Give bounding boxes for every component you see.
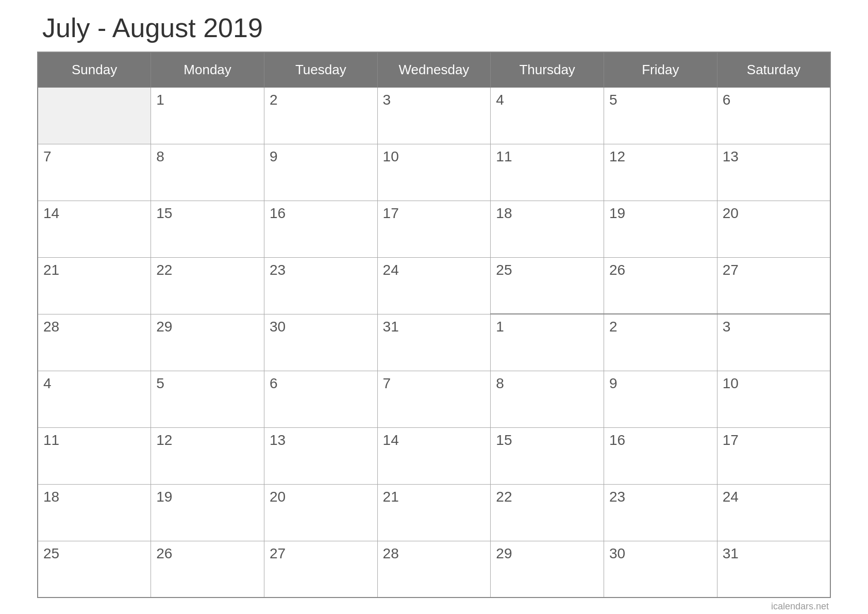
calendar-cell: 6 xyxy=(717,87,830,144)
calendar-cell: 1 xyxy=(151,87,264,144)
calendar-row: 11121314151617 xyxy=(38,427,830,484)
calendar-cell: 3 xyxy=(717,314,830,371)
calendar-row: 28293031123 xyxy=(38,314,830,371)
watermark: icalendars.net xyxy=(37,601,831,612)
day-header-monday: Monday xyxy=(151,52,264,88)
calendar-cell: 9 xyxy=(264,144,377,201)
calendar-cell: 11 xyxy=(491,144,604,201)
calendar-cell: 22 xyxy=(491,484,604,541)
calendar-cell: 20 xyxy=(264,484,377,541)
calendar-row: 14151617181920 xyxy=(38,201,830,257)
calendar-row: 21222324252627 xyxy=(38,257,830,314)
calendar-cell: 2 xyxy=(604,314,717,371)
day-header-wednesday: Wednesday xyxy=(377,52,491,88)
calendar-cell: 18 xyxy=(38,484,151,541)
calendar-cell: 19 xyxy=(151,484,264,541)
calendar-cell: 20 xyxy=(717,201,830,257)
calendar-cell: 12 xyxy=(151,427,264,484)
calendar-cell: 10 xyxy=(717,371,830,427)
calendar-cell xyxy=(38,87,151,144)
calendar-title: July - August 2019 xyxy=(37,12,831,43)
calendar-cell: 18 xyxy=(491,201,604,257)
calendar-cell: 31 xyxy=(717,541,830,598)
calendar-cell: 29 xyxy=(491,541,604,598)
calendar-cell: 7 xyxy=(38,144,151,201)
calendar-cell: 22 xyxy=(151,257,264,314)
calendar-cell: 27 xyxy=(717,257,830,314)
calendar-cell: 31 xyxy=(377,314,491,371)
calendar-cell: 14 xyxy=(38,201,151,257)
calendar-cell: 15 xyxy=(491,427,604,484)
calendar-cell: 24 xyxy=(377,257,491,314)
calendar-row: 18192021222324 xyxy=(38,484,830,541)
calendar-cell: 25 xyxy=(491,257,604,314)
calendar-cell: 7 xyxy=(377,371,491,427)
calendar-cell: 16 xyxy=(604,427,717,484)
calendar-cell: 3 xyxy=(377,87,491,144)
calendar-cell: 29 xyxy=(151,314,264,371)
calendar-cell: 30 xyxy=(604,541,717,598)
header-row: SundayMondayTuesdayWednesdayThursdayFrid… xyxy=(38,52,830,88)
day-header-saturday: Saturday xyxy=(717,52,830,88)
calendar-cell: 16 xyxy=(264,201,377,257)
calendar-cell: 17 xyxy=(717,427,830,484)
calendar-cell: 14 xyxy=(377,427,491,484)
day-header-tuesday: Tuesday xyxy=(264,52,377,88)
calendar-cell: 6 xyxy=(264,371,377,427)
calendar-cell: 5 xyxy=(604,87,717,144)
day-header-thursday: Thursday xyxy=(491,52,604,88)
calendar-cell: 8 xyxy=(491,371,604,427)
calendar-cell: 27 xyxy=(264,541,377,598)
calendar-cell: 23 xyxy=(264,257,377,314)
calendar-cell: 1 xyxy=(491,314,604,371)
calendar-cell: 5 xyxy=(151,371,264,427)
calendar-cell: 13 xyxy=(717,144,830,201)
calendar-cell: 28 xyxy=(377,541,491,598)
calendar-row: 25262728293031 xyxy=(38,541,830,598)
calendar-cell: 13 xyxy=(264,427,377,484)
calendar-cell: 28 xyxy=(38,314,151,371)
calendar-cell: 12 xyxy=(604,144,717,201)
calendar-cell: 26 xyxy=(151,541,264,598)
calendar-cell: 9 xyxy=(604,371,717,427)
calendar-cell: 11 xyxy=(38,427,151,484)
calendar-cell: 19 xyxy=(604,201,717,257)
calendar-cell: 21 xyxy=(377,484,491,541)
calendar-page: July - August 2019 SundayMondayTuesdayWe… xyxy=(27,0,841,614)
calendar-row: 45678910 xyxy=(38,371,830,427)
calendar-cell: 25 xyxy=(38,541,151,598)
calendar-cell: 24 xyxy=(717,484,830,541)
calendar-row: 123456 xyxy=(38,87,830,144)
calendar-cell: 21 xyxy=(38,257,151,314)
calendar-table: SundayMondayTuesdayWednesdayThursdayFrid… xyxy=(37,52,831,599)
calendar-cell: 4 xyxy=(491,87,604,144)
calendar-cell: 26 xyxy=(604,257,717,314)
calendar-cell: 2 xyxy=(264,87,377,144)
calendar-cell: 17 xyxy=(377,201,491,257)
day-header-sunday: Sunday xyxy=(38,52,151,88)
calendar-cell: 30 xyxy=(264,314,377,371)
calendar-cell: 8 xyxy=(151,144,264,201)
calendar-row: 78910111213 xyxy=(38,144,830,201)
calendar-cell: 10 xyxy=(377,144,491,201)
calendar-cell: 15 xyxy=(151,201,264,257)
calendar-cell: 23 xyxy=(604,484,717,541)
day-header-friday: Friday xyxy=(604,52,717,88)
calendar-cell: 4 xyxy=(38,371,151,427)
